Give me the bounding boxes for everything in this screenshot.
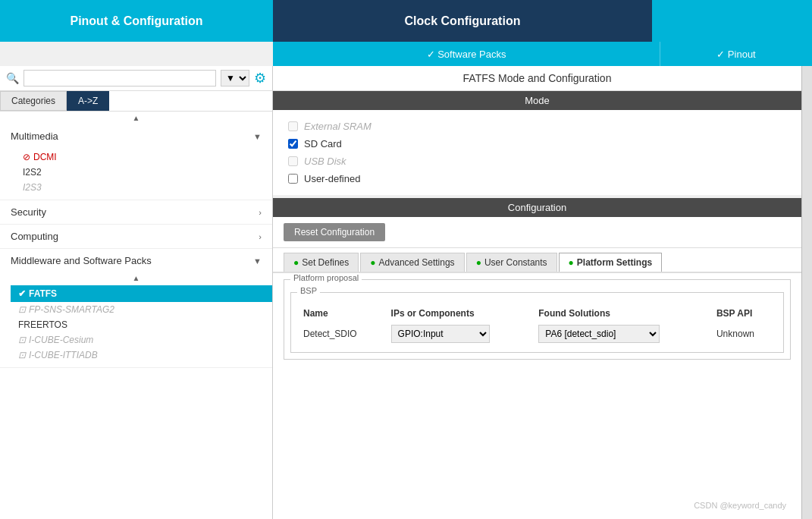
scroll-up[interactable]: ▲ (0, 112, 272, 124)
sidebar-item-fp-sns[interactable]: ⊡ FP-SNS-SMARTAG2 (11, 302, 272, 317)
pinout-nav[interactable]: ✓ Pinout (660, 42, 812, 66)
group-middleware-header[interactable]: Middleware and Software Packs ▼ (0, 249, 272, 272)
group-computing: Computing › (0, 225, 272, 249)
sidebar-item-icube-cesium[interactable]: ⊡ I-CUBE-Cesium (11, 332, 272, 348)
search-input[interactable] (24, 70, 216, 86)
link-icon-1: ⊡ (18, 304, 26, 315)
tab-user-constants[interactable]: ● User Constants (466, 253, 557, 272)
bsp-table: Name IPs or Components Found Solutions B… (297, 305, 777, 346)
software-packs-nav[interactable]: ✓ Software Packs (273, 42, 660, 66)
platform-proposal-legend: Platform proposal (290, 273, 362, 282)
nav-clock-config[interactable]: Clock Configuration (273, 0, 652, 42)
table-row: Detect_SDIO GPIO:Input PA6 [detect_ (297, 322, 777, 346)
search-dropdown[interactable]: ▼ (221, 70, 249, 86)
col-name: Name (297, 305, 385, 322)
sidebar-item-fatfs[interactable]: ✔ FATFS (11, 285, 272, 302)
tab-atoz[interactable]: A->Z (67, 91, 109, 111)
tab-set-defines[interactable]: ● Set Defines (284, 253, 359, 272)
mode-user-defined: User-defined (288, 170, 786, 187)
group-multimedia: Multimedia ▼ ⊘ DCMI I2S2 I2S3 (0, 124, 272, 200)
ips-dropdown[interactable]: GPIO:Input (391, 325, 490, 343)
col-ips: IPs or Components (385, 305, 533, 322)
tab-categories[interactable]: Categories (0, 91, 67, 111)
group-multimedia-header[interactable]: Multimedia ▼ (0, 124, 272, 148)
link-icon-3: ⊡ (18, 350, 26, 360)
found-solutions-dropdown[interactable]: PA6 [detect_sdio] (538, 325, 660, 343)
reset-config-button[interactable]: Reset Configuration (284, 223, 385, 241)
sidebar-item-i2s3[interactable]: I2S3 (15, 180, 272, 195)
sd-card-checkbox[interactable] (288, 139, 298, 149)
mode-external-sram: External SRAM (288, 118, 786, 135)
cell-detect-sdio: Detect_SDIO (297, 322, 385, 346)
check-tab-icon-4: ● (569, 257, 574, 268)
error-icon: ⊘ (23, 152, 30, 162)
sidebar-item-icube-ittiadb[interactable]: ⊡ I-CUBE-ITTIADB (11, 348, 272, 363)
check-tab-icon-3: ● (476, 257, 481, 268)
nav-extra (652, 0, 812, 42)
usb-disk-checkbox[interactable] (288, 156, 298, 166)
tab-advanced-settings[interactable]: ● Advanced Settings (360, 253, 464, 272)
group-security-header[interactable]: Security › (0, 200, 272, 224)
chevron-right-icon: › (259, 208, 262, 217)
cell-ips-select: GPIO:Input (385, 322, 533, 346)
group-computing-header[interactable]: Computing › (0, 225, 272, 248)
mode-usb-disk: USB Disk (288, 153, 786, 170)
bsp-legend: BSP (297, 286, 320, 295)
sidebar-item-dcmi[interactable]: ⊘ DCMI (15, 149, 272, 165)
nav-pinout-config[interactable]: Pinout & Configuration (0, 0, 273, 42)
mode-sd-card: SD Card (288, 135, 786, 153)
settings-icon[interactable]: ⚙ (254, 70, 266, 86)
chevron-down-icon: ▼ (253, 132, 262, 141)
chevron-down-icon2: ▼ (253, 256, 262, 266)
mode-section: Mode External SRAM SD Card USB Disk (273, 91, 801, 195)
group-security: Security › (0, 200, 272, 225)
col-found-solutions: Found Solutions (532, 305, 710, 322)
watermark: CSDN @keyword_candy (694, 501, 786, 510)
check-tab-icon-1: ● (293, 257, 299, 268)
search-icon: 🔍 (6, 72, 19, 84)
user-defined-checkbox[interactable] (288, 174, 298, 184)
scrollbar[interactable] (801, 66, 812, 519)
link-icon-2: ⊡ (18, 335, 26, 345)
mode-header: Mode (273, 91, 801, 110)
content-title: FATFS Mode and Configuration (273, 66, 801, 91)
content-area: FATFS Mode and Configuration Mode Extern… (273, 66, 801, 519)
group-middleware: Middleware and Software Packs ▼ ▲ ✔ FATF… (0, 249, 272, 368)
sidebar-item-i2s2[interactable]: I2S2 (15, 165, 272, 180)
middleware-scroll-up[interactable]: ▲ (0, 272, 272, 284)
sidebar-item-freertos[interactable]: FREERTOS (11, 317, 272, 332)
sidebar: 🔍 ▼ ⚙ Categories A->Z ▲ Multimedia (0, 66, 273, 519)
external-sram-checkbox[interactable] (288, 121, 298, 131)
chevron-right-icon2: › (259, 232, 262, 241)
cell-found-solutions-select: PA6 [detect_sdio] (532, 322, 710, 346)
config-section: Configuration Reset Configuration ● Set … (273, 198, 801, 519)
check-icon: ✔ (18, 288, 26, 299)
config-header: Configuration (273, 198, 801, 217)
check-tab-icon-2: ● (370, 257, 375, 268)
cell-bsp-api: Unknown (710, 322, 777, 346)
tab-platform-settings[interactable]: ● Platform Settings (559, 253, 663, 272)
col-bsp-api: BSP API (710, 305, 777, 322)
